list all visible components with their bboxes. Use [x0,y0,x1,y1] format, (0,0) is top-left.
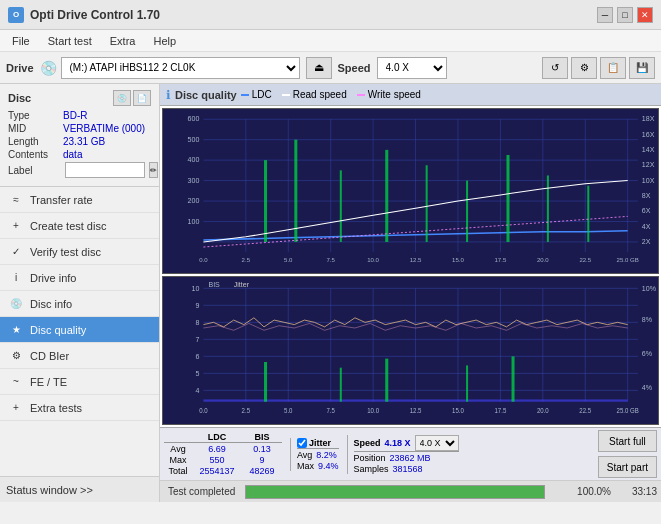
stats-header: LDC BIS [164,432,282,443]
settings-button[interactable]: ⚙ [571,57,597,79]
legend-read-speed: Read speed [282,89,347,100]
sidebar-item-verify-test-disc[interactable]: ✓ Verify test disc [0,239,159,265]
jitter-avg-label: Avg [297,450,312,460]
stats-bis-max: 9 [242,455,282,465]
save-button[interactable]: 💾 [629,57,655,79]
verify-test-disc-icon: ✓ [8,244,24,260]
maximize-button[interactable]: □ [617,7,633,23]
svg-rect-52 [587,186,589,242]
nav-items: ≈ Transfer rate + Create test disc ✓ Ver… [0,187,159,476]
stats-col-bis: BIS [242,432,282,442]
svg-rect-45 [294,140,297,242]
svg-text:10X: 10X [642,177,655,185]
minimize-button[interactable]: ─ [597,7,613,23]
write-speed-legend-dot [357,94,365,96]
svg-text:10.0: 10.0 [367,256,379,263]
disc-type-key: Type [8,110,63,121]
svg-text:12.5: 12.5 [410,256,422,263]
disc-contents-row: Contents data [8,149,151,160]
drive-select[interactable]: (M:) ATAPI iHBS112 2 CL0K [61,57,300,79]
jitter-checkbox[interactable] [297,438,307,448]
stats-table: LDC BIS Avg 6.69 0.13 Max 550 9 Total 25… [164,432,282,476]
sidebar-item-transfer-rate[interactable]: ≈ Transfer rate [0,187,159,213]
status-text: Test completed [164,486,239,497]
titlebar-controls[interactable]: ─ □ ✕ [597,7,653,23]
svg-text:0.0: 0.0 [199,406,208,413]
speed-header: Speed 4.18 X 4.0 X [354,435,459,452]
menu-file[interactable]: File [4,33,38,49]
status-window-button[interactable]: Status window >> [0,476,159,502]
close-button[interactable]: ✕ [637,7,653,23]
drive-disc-icon: 💿 [40,60,57,76]
svg-text:4: 4 [195,385,199,395]
svg-text:7.5: 7.5 [326,256,335,263]
jitter-max-row: Max 9.4% [297,461,339,471]
quality-header-icon: ℹ [166,88,171,102]
drive-label: Drive [6,62,34,74]
progress-bar-fill [246,486,544,498]
disc-icon-btn-2[interactable]: 📄 [133,90,151,106]
quality-header: ℹ Disc quality LDC Read speed Write spee… [160,84,661,106]
disc-label-input[interactable] [65,162,145,178]
charts-area: 600 500 400 300 200 100 18X 16X 14X 12X … [160,106,661,427]
svg-text:25.0 GB: 25.0 GB [617,256,639,263]
svg-text:400: 400 [188,156,200,164]
start-part-button[interactable]: Start part [598,456,657,478]
sidebar-item-extra-tests[interactable]: + Extra tests [0,395,159,421]
jitter-stats: Jitter Avg 8.2% Max 9.4% [290,438,339,471]
action-buttons: Start full Start part [598,430,657,478]
svg-rect-87 [385,358,388,401]
svg-text:16X: 16X [642,131,655,139]
disc-label-row: Label ✏ [8,162,151,178]
svg-text:0.0: 0.0 [199,256,208,263]
svg-text:17.5: 17.5 [495,406,507,413]
sidebar-item-label-disc-quality: Disc quality [30,324,86,336]
sidebar-item-drive-info[interactable]: i Drive info [0,265,159,291]
sidebar-item-create-test-disc[interactable]: + Create test disc [0,213,159,239]
sidebar-item-cd-bier[interactable]: ⚙ CD BIer [0,343,159,369]
legend: LDC Read speed Write speed [241,89,421,100]
svg-text:600: 600 [188,115,200,123]
disc-mid-val: VERBATIMe (000) [63,123,145,134]
speed-select[interactable]: 4.0 X [377,57,447,79]
stats-row-total-label: Total [164,466,192,476]
svg-text:4X: 4X [642,223,651,231]
svg-text:17.5: 17.5 [495,256,507,263]
sidebar-item-label-verify-test-disc: Verify test disc [30,246,101,258]
svg-rect-85 [264,362,267,402]
start-full-button[interactable]: Start full [598,430,657,452]
eject-button[interactable]: ⏏ [306,57,332,79]
extra-tests-icon: + [8,400,24,416]
svg-text:10%: 10% [642,283,656,293]
disc-icon-btn-1[interactable]: 💿 [113,90,131,106]
copy-button[interactable]: 📋 [600,57,626,79]
cd-bier-icon: ⚙ [8,348,24,364]
svg-text:25.0 GB: 25.0 GB [617,406,639,413]
svg-text:500: 500 [188,136,200,144]
svg-text:7.5: 7.5 [326,406,335,413]
svg-text:22.5: 22.5 [579,406,591,413]
svg-text:18X: 18X [642,115,655,123]
samples-val: 381568 [393,464,423,474]
position-val: 23862 MB [390,453,431,463]
disc-label-key: Label [8,165,63,176]
speed-select[interactable]: 4.0 X [415,435,459,451]
menu-extra[interactable]: Extra [102,33,144,49]
sidebar-item-disc-info[interactable]: 💿 Disc info [0,291,159,317]
menu-help[interactable]: Help [145,33,184,49]
svg-text:2X: 2X [642,238,651,246]
svg-rect-84 [203,399,627,401]
disc-type-row: Type BD-R [8,110,151,121]
samples-row: Samples 381568 [354,464,459,474]
refresh-button[interactable]: ↺ [542,57,568,79]
sidebar-item-label-transfer-rate: Transfer rate [30,194,93,206]
sidebar-item-fe-te[interactable]: ~ FE / TE [0,369,159,395]
sidebar-item-disc-quality[interactable]: ★ Disc quality [0,317,159,343]
speed-stats: Speed 4.18 X 4.0 X Position 23862 MB Sam… [347,435,459,474]
menu-start-test[interactable]: Start test [40,33,100,49]
disc-label-edit-btn[interactable]: ✏ [149,162,158,178]
sidebar-item-label-cd-bier: CD BIer [30,350,69,362]
svg-text:4%: 4% [642,383,653,393]
titlebar: O Opti Drive Control 1.70 ─ □ ✕ [0,0,661,30]
svg-text:5.0: 5.0 [284,256,293,263]
